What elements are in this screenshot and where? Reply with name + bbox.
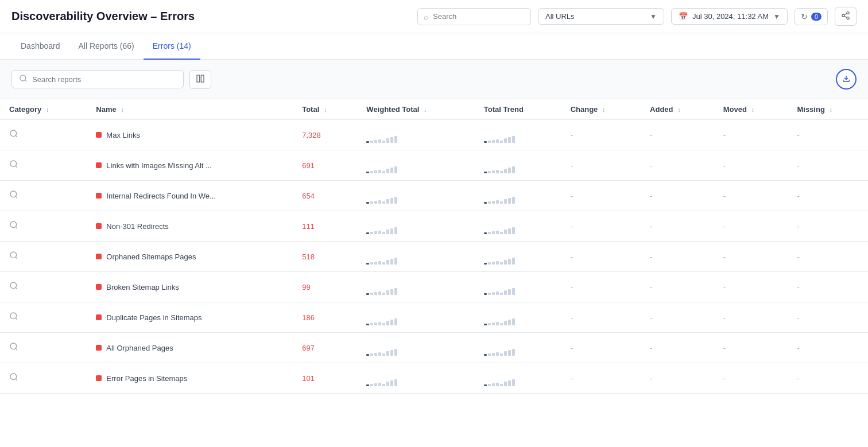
svg-point-14 (10, 191, 17, 197)
total-trend-cell (475, 333, 561, 363)
header-search-input[interactable] (433, 12, 525, 21)
search-icon (9, 251, 18, 260)
weighted-total-cell (357, 120, 474, 150)
name-cell: Duplicate Pages in Sitemaps (87, 302, 293, 333)
category-cell[interactable] (0, 150, 87, 181)
category-cell[interactable] (0, 272, 87, 302)
url-filter-value: All URLs (545, 12, 645, 21)
svg-rect-7 (197, 75, 200, 82)
error-indicator (96, 132, 102, 138)
tab-dashboard[interactable]: Dashboard (11, 33, 69, 60)
row-name: Max Links (106, 131, 140, 139)
search-icon (9, 220, 18, 230)
svg-line-21 (16, 287, 17, 289)
sort-icon: ↕ (121, 106, 124, 113)
row-name: All Orphaned Pages (106, 344, 173, 352)
search-reports-input[interactable] (32, 75, 176, 84)
col-name[interactable]: Name ↕ (87, 99, 293, 120)
mini-chart (484, 370, 552, 386)
error-indicator (96, 162, 102, 168)
download-button[interactable] (836, 69, 857, 90)
table-row: Orphaned Sitemaps Pages518---- (0, 242, 868, 272)
col-weighted-total[interactable]: Weighted Total ↓ (357, 99, 474, 120)
category-cell[interactable] (0, 211, 87, 242)
columns-button[interactable] (189, 70, 211, 89)
search-icon: ⌕ (424, 12, 428, 21)
category-cell[interactable] (0, 363, 87, 394)
url-filter-dropdown[interactable]: All URLs ▼ (538, 8, 664, 25)
date-filter-value: Jul 30, 2024, 11:32 AM (692, 12, 769, 21)
row-name: Broken Sitemap Links (106, 283, 179, 291)
change-cell: - (561, 211, 641, 242)
category-cell[interactable] (0, 242, 87, 272)
row-name: Orphaned Sitemaps Pages (106, 252, 196, 261)
weighted-total-cell (357, 211, 474, 242)
sort-icon: ↕ (829, 106, 832, 113)
col-change[interactable]: Change ↕ (561, 99, 641, 120)
mini-chart (366, 157, 465, 173)
mini-chart (366, 370, 465, 386)
search-icon (9, 342, 18, 351)
sort-icon: ↕ (677, 106, 681, 113)
refresh-button[interactable]: ↻ 0 (795, 8, 828, 25)
svg-point-20 (10, 282, 17, 289)
mini-chart (366, 218, 465, 234)
svg-line-6 (25, 80, 26, 81)
error-indicator (96, 284, 102, 290)
error-indicator (96, 223, 102, 229)
tab-all-reports[interactable]: All Reports (66) (69, 33, 144, 60)
col-total-trend[interactable]: Total Trend (475, 99, 561, 120)
total-trend-cell (475, 272, 561, 302)
weighted-total-cell (357, 242, 474, 272)
mini-chart (366, 279, 465, 295)
col-added[interactable]: Added ↕ (641, 99, 714, 120)
header-search[interactable]: ⌕ (417, 8, 531, 25)
svg-point-16 (10, 221, 17, 228)
total-trend-cell (475, 211, 561, 242)
table-row: Error Pages in Sitemaps101---- (0, 363, 868, 394)
mini-chart (484, 309, 552, 325)
tab-errors[interactable]: Errors (14) (144, 33, 200, 60)
category-cell[interactable] (0, 333, 87, 363)
col-category[interactable]: Category ↕ (0, 99, 87, 120)
svg-line-17 (16, 227, 17, 228)
total-trend-cell (475, 363, 561, 394)
mini-chart (366, 248, 465, 265)
added-cell: - (641, 181, 714, 211)
search-icon (9, 160, 18, 169)
mini-chart (484, 188, 552, 204)
total-cell: 518 (293, 242, 357, 272)
weighted-total-cell (357, 181, 474, 211)
category-cell[interactable] (0, 302, 87, 333)
reports-search[interactable] (11, 70, 184, 88)
mini-chart (366, 340, 465, 356)
chevron-down-icon: ▼ (773, 13, 780, 21)
name-cell: Broken Sitemap Links (87, 272, 293, 302)
svg-point-5 (20, 75, 26, 81)
mini-chart (366, 127, 465, 143)
mini-chart (484, 157, 552, 173)
error-indicator (96, 193, 102, 199)
name-cell: Internal Redirects Found In We... (87, 181, 293, 211)
svg-point-10 (10, 130, 17, 137)
col-total[interactable]: Total ↕ (293, 99, 357, 120)
col-moved[interactable]: Moved ↕ (714, 99, 788, 120)
share-button[interactable] (835, 7, 857, 26)
name-cell: Non-301 Redirects (87, 211, 293, 242)
search-icon (9, 129, 18, 138)
moved-cell: - (714, 333, 788, 363)
moved-cell: - (714, 181, 788, 211)
category-cell[interactable] (0, 120, 87, 150)
added-cell: - (641, 211, 714, 242)
error-indicator (96, 254, 102, 259)
total-cell: 697 (293, 333, 357, 363)
search-icon (19, 74, 28, 84)
moved-cell: - (714, 242, 788, 272)
weighted-total-cell (357, 333, 474, 363)
col-missing[interactable]: Missing ↕ (788, 99, 868, 120)
date-filter-dropdown[interactable]: 📅 Jul 30, 2024, 11:32 AM ▼ (671, 8, 788, 25)
category-cell[interactable] (0, 181, 87, 211)
table-row: Non-301 Redirects111---- (0, 211, 868, 242)
svg-rect-8 (201, 75, 204, 82)
missing-cell: - (788, 272, 868, 302)
